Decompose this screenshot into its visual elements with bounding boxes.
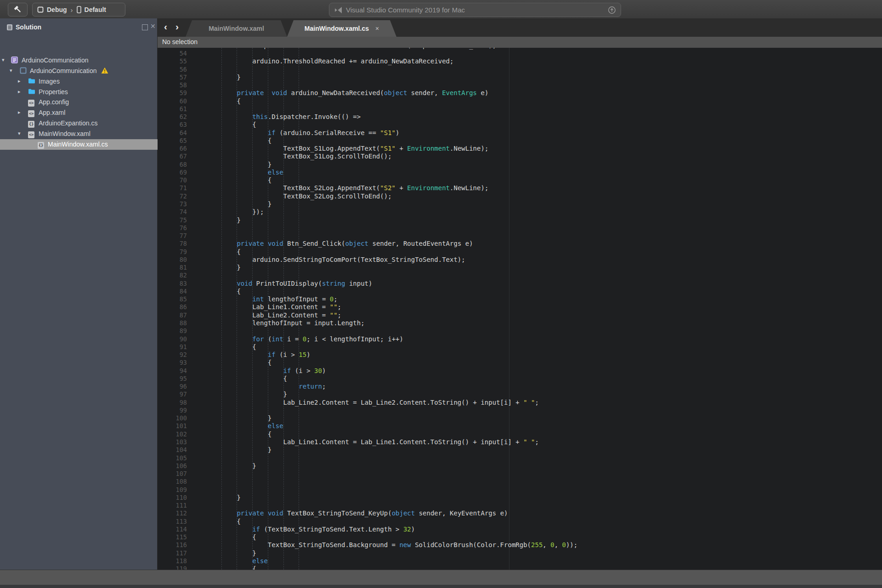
code-text: } (206, 462, 256, 470)
tree-item-mainwindow-xaml-cs[interactable]: {}MainWindow.xaml.cs (0, 139, 158, 150)
navigate-forward-icon[interactable]: › (175, 21, 179, 32)
tree-item-mainwindow-xaml[interactable]: ▾<>MainWindow.xaml (0, 129, 158, 139)
configuration-selector[interactable]: Debug › Default (32, 3, 125, 17)
chevron-right-icon[interactable]: ▸ (18, 78, 21, 84)
line-number: 55 (158, 57, 187, 65)
code-text: return; (206, 383, 326, 390)
device-label: Default (85, 6, 106, 13)
code-text: dispatcherTimer.Tick += new EventHandler… (206, 48, 496, 50)
line-number: 84 (158, 288, 187, 295)
line-number: 85 (158, 295, 187, 303)
line-number: 54 (158, 50, 187, 57)
tab-close-icon[interactable]: × (375, 25, 379, 32)
code-line: 116 TextBox_StringToSend.Background = ne… (158, 541, 882, 549)
tree-item-arduinocommunication[interactable]: ▾ArduinoCommunication (0, 55, 158, 66)
tab-mainwindow-xaml[interactable]: MainWindow.xaml (186, 20, 287, 37)
code-line: 79 { (158, 248, 882, 256)
chevron-right-icon[interactable]: ▸ (18, 89, 21, 95)
code-text: } (206, 549, 256, 557)
code-line: 87 Lab_Line2.Content = ""; (158, 311, 882, 319)
line-number: 102 (158, 430, 187, 438)
window-bottom-edge (0, 585, 882, 588)
line-number: 72 (158, 192, 187, 200)
code-text: private void arduino_NewDataReceived(obj… (206, 89, 488, 97)
tab-label: MainWindow.xaml (209, 25, 264, 32)
chevron-right-icon[interactable]: ▸ (18, 109, 21, 115)
code-line: 85 int lengthofInput = 0; (158, 295, 882, 303)
tab-mainwindow-xaml-cs[interactable]: MainWindow.xaml.cs× (287, 20, 396, 37)
code-line: 76 (158, 224, 882, 232)
line-number: 114 (158, 526, 187, 533)
code-line: 91 { (158, 343, 882, 351)
code-text: { (206, 176, 271, 184)
line-number: 64 (158, 129, 187, 137)
code-text: arduino.SendStringToComPort(TextBox_Stri… (206, 256, 465, 264)
solution-icon (11, 57, 18, 63)
code-editor[interactable]: dispatcherTimer.Tick += new EventHandler… (158, 48, 882, 570)
tree-item-arduinocommunication[interactable]: ▾ArduinoCommunication (0, 66, 158, 76)
tree-item-arduinoexpantion-cs[interactable]: {}ArduinoExpantion.cs (0, 118, 158, 129)
line-number: 62 (158, 113, 187, 121)
code-line: 108 (158, 478, 882, 486)
code-line: 103 Lab_Line1.Content = Lab_Line1.Conten… (158, 438, 882, 446)
line-number: 71 (158, 184, 187, 192)
tree-item-label: App.xaml (39, 109, 65, 116)
line-number: 115 (158, 533, 187, 541)
chevron-down-icon[interactable]: ▾ (2, 57, 5, 63)
ide-window: Debug › Default Visual Studio Community … (0, 0, 882, 588)
code-line: 73 } (158, 200, 882, 208)
code-text: } (206, 264, 241, 271)
code-text: { (206, 121, 256, 129)
tree-item-images[interactable]: ▸Images (0, 76, 158, 87)
chevron-down-icon[interactable]: ▾ (10, 68, 12, 74)
code-line: 58 (158, 81, 882, 89)
dock-icon[interactable] (142, 24, 148, 30)
tree-item-properties[interactable]: ▸Properties (0, 87, 158, 97)
line-number: 108 (158, 478, 187, 486)
code-text: private void TextBox_StringToSend_KeyUp(… (206, 509, 508, 517)
line-number: 59 (158, 89, 187, 97)
window-title: Visual Studio Community 2019 for Mac (346, 6, 608, 14)
tree-item-app-xaml[interactable]: ▸<>App.xaml (0, 107, 158, 118)
code-line: 110 } (158, 494, 882, 502)
tree-item-label: MainWindow.xaml.cs (48, 141, 108, 148)
solution-pad-icon (6, 24, 13, 31)
code-text: if (i > 15) (206, 351, 311, 359)
code-text: { (206, 533, 256, 541)
close-icon[interactable]: ✕ (150, 23, 156, 29)
code-line: 81 } (158, 264, 882, 271)
update-status-icon[interactable] (608, 6, 616, 14)
code-text: { (206, 343, 256, 351)
navigate-back-icon[interactable]: ‹ (164, 21, 167, 32)
tree-item-app-config[interactable]: <>App.config (0, 97, 158, 107)
code-text: TextBox_StringToSend.Background = new So… (206, 541, 577, 549)
code-text: if (i > 30) (206, 367, 326, 375)
code-text: } (206, 446, 271, 454)
code-line: 71 TextBox_S2Log.AppendText("S2" + Envir… (158, 184, 882, 192)
code-line: 88 lengthofInput = input.Length; (158, 319, 882, 327)
build-run-button[interactable] (8, 3, 28, 17)
code-text: { (206, 359, 271, 367)
line-number: 117 (158, 549, 187, 557)
code-line: 82 (158, 271, 882, 279)
tree-item-label: ArduinoExpantion.cs (39, 119, 97, 127)
cs-file-icon: {} (28, 121, 34, 128)
line-number: 60 (158, 97, 187, 105)
folder-icon (28, 78, 35, 84)
search-status-bar[interactable]: Visual Studio Community 2019 for Mac (329, 3, 621, 17)
warning-icon (101, 67, 108, 74)
code-text: { (206, 97, 241, 105)
code-line: 119 { (158, 565, 882, 570)
line-number: 110 (158, 494, 187, 502)
code-line: 105 (158, 454, 882, 462)
code-line: 92 if (i > 15) (158, 351, 882, 359)
code-line: 101 else (158, 422, 882, 430)
chevron-down-icon[interactable]: ▾ (18, 130, 21, 136)
selection-status: No selection (162, 38, 198, 45)
code-text: }); (206, 208, 264, 216)
code-line: 57 } (158, 74, 882, 81)
code-text: TextBox_S2Log.ScrollToEnd(); (206, 192, 392, 200)
code-line: 113 { (158, 518, 882, 526)
code-line: 111 (158, 502, 882, 509)
code-text: TextBox_S1Log.AppendText("S1" + Environm… (206, 145, 488, 153)
